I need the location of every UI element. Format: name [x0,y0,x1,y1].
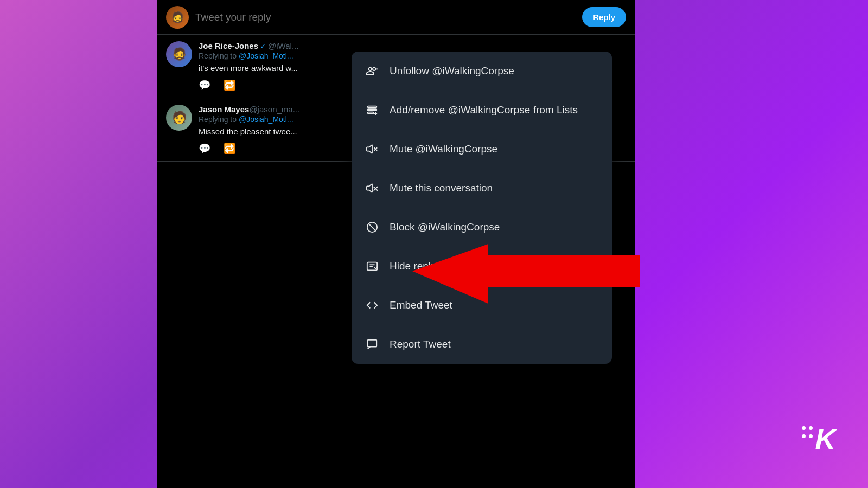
mute-conversation-icon [362,178,382,198]
menu-label: Block @iWalkingCorpse [390,221,500,233]
red-arrow [412,244,640,309]
context-menu: Unfollow @iWalkingCorpse Add/remove @iWa… [352,52,612,364]
logo-dot-row-2 [802,434,813,438]
verified-icon: ✓ [260,42,266,50]
menu-item-add-lists[interactable]: Add/remove @iWalkingCorpse from Lists [352,91,612,130]
report-icon [362,335,382,354]
logo-dot-row-1 [802,426,813,430]
embed-icon [362,296,382,315]
svg-line-11 [369,224,376,231]
reply-button[interactable]: Reply [582,7,626,27]
menu-label: Unfollow @iWalkingCorpse [390,65,514,77]
logo-dot [809,434,813,438]
avatar: 🧑 [166,105,192,131]
logo-dots [802,426,813,438]
menu-item-mute-user[interactable]: Mute @iWalkingCorpse [352,130,612,169]
menu-label: Mute this conversation [390,182,493,194]
avatar: 🧔 [166,41,192,67]
reply-bar: 🧔 Reply [157,0,635,35]
menu-label: Mute @iWalkingCorpse [390,143,497,155]
svg-rect-1 [368,106,377,108]
svg-rect-15 [368,340,377,347]
mute-icon [362,139,382,159]
logo-dot [802,434,806,438]
tweet-replying-to[interactable]: @Josiah_Motl... [239,115,293,124]
menu-item-block[interactable]: Block @iWalkingCorpse [352,208,612,247]
block-icon [362,217,382,237]
menu-item-report-tweet[interactable]: Report Tweet [352,325,612,364]
reply-avatar: 🧔 [166,6,189,29]
retweet-icon[interactable]: 🔁 [224,143,235,155]
knowtechie-logo: K [802,423,835,455]
hide-reply-icon [362,256,382,276]
tweet-handle: @iWal... [268,41,298,50]
menu-label: Report Tweet [390,338,451,350]
svg-rect-3 [368,112,374,114]
tweet-replying-to[interactable]: @Josiah_Motl... [239,52,293,60]
tweet-author-name: Joe Rice-Jones [199,41,258,50]
retweet-icon[interactable]: 🔁 [224,79,235,91]
menu-item-unfollow[interactable]: Unfollow @iWalkingCorpse [352,52,612,91]
menu-item-mute-conversation[interactable]: Mute this conversation [352,169,612,208]
list-icon [362,100,382,120]
reply-icon[interactable]: 💬 [199,79,210,91]
svg-marker-18 [412,244,640,304]
unfollow-icon [362,61,382,81]
reply-icon[interactable]: 💬 [199,143,210,155]
menu-label: Add/remove @iWalkingCorpse from Lists [390,104,578,116]
tweet-header: Joe Rice-Jones ✓ @iWal... [199,41,626,50]
svg-rect-2 [368,109,377,111]
tweet-author-name: Jason Mayes [199,105,249,114]
logo-dot [809,426,813,430]
tweet-handle: @jason_ma... [249,105,299,114]
logo-dot [802,426,806,430]
logo-letter: K [815,423,835,455]
reply-input[interactable] [195,11,576,23]
